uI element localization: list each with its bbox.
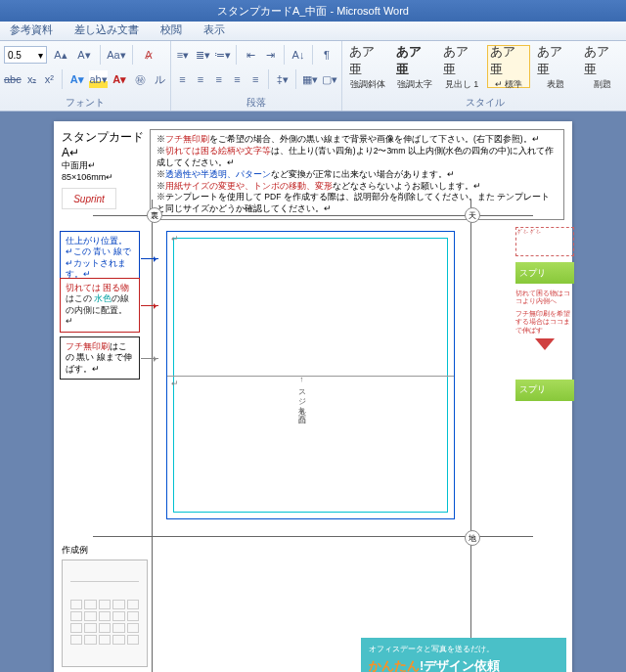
document-area[interactable]: スタンプカードA↵ 中面用↵ 85×106mm↵ Suprint ※フチ無印刷を…	[0, 112, 626, 672]
card-template-outline: ↵ ↵	[166, 231, 455, 519]
subscript-icon[interactable]: x₂	[25, 70, 39, 88]
highlight-icon[interactable]: ab▾	[89, 70, 107, 88]
page: スタンプカードA↵ 中面用↵ 85×106mm↵ Suprint ※フチ無印刷を…	[54, 121, 572, 672]
justify-icon[interactable]: ≡	[230, 70, 245, 88]
instruction-notes: ※フチ無印刷をご希望の場合、外側の黒い線まで背景や画像を伸ばして下さい。(右下図…	[150, 129, 564, 220]
enclose-char-icon[interactable]: ㊙	[132, 70, 149, 88]
tab-references[interactable]: 参考資料	[6, 20, 57, 40]
promo-banner: オフィスデータと写真を送るだけ。 かんたん!デザイン依頼 S スタジオ お気軽に…	[361, 638, 566, 672]
tab-mailings[interactable]: 差し込み文書	[70, 20, 143, 40]
tab-view[interactable]: 表示	[200, 20, 229, 40]
clear-formatting-icon[interactable]: A̷	[139, 46, 158, 64]
shading-icon[interactable]: ▦▾	[302, 70, 318, 88]
chi-marker: 地	[465, 530, 480, 546]
numbering-icon[interactable]: ≣▾	[195, 46, 210, 64]
increase-indent-icon[interactable]: ⇥	[262, 46, 278, 64]
style-1[interactable]: あア亜強調太字	[393, 45, 436, 88]
callout-bleed: フチ無印刷はこの 黒い 線まで伸ばす。↵	[60, 336, 140, 380]
align-center-icon[interactable]: ≡	[194, 70, 208, 88]
doc-header-left: スタンプカードA↵ 中面用↵ 85×106mm↵ Suprint	[62, 129, 148, 209]
suprint-logo: Suprint	[62, 188, 116, 209]
tab-review[interactable]: 校閲	[156, 20, 186, 40]
align-left-icon[interactable]: ≡	[175, 70, 190, 88]
down-arrow-icon	[535, 338, 555, 360]
group-paragraph-label: 段落	[175, 94, 337, 111]
shrink-font-icon[interactable]: A▾	[74, 46, 94, 64]
style-4[interactable]: あア亜表題	[534, 45, 577, 88]
borders-icon[interactable]: ▢▾	[322, 70, 337, 88]
style-2[interactable]: あア亜見出し 1	[440, 45, 483, 88]
fold-line-label: ←スジ入れ凸面↵	[295, 376, 306, 417]
show-marks-icon[interactable]: ¶	[319, 46, 335, 64]
font-size-input[interactable]: 0.5▾	[4, 46, 47, 64]
phonetic-guide-icon[interactable]: ル	[153, 70, 166, 88]
ribbon: 0.5▾ A▴ A▾ Aa▾ A̷ abc x₂ x² A▾ ab▾ A▾ ㊙ …	[0, 41, 626, 112]
strikethrough-icon[interactable]: abc	[4, 70, 22, 88]
line-spacing-icon[interactable]: ‡▾	[275, 70, 290, 88]
example-label: 作成例	[62, 544, 88, 557]
callout-safe-area: 切れては 困る物はこの 水色の線の内側に配置。↵	[60, 278, 140, 333]
ribbon-tabs: 参考資料 差し込み文書 校閲 表示	[0, 22, 626, 41]
sort-icon[interactable]: A↓	[291, 46, 306, 64]
text-effects-icon[interactable]: A▾	[68, 70, 85, 88]
decrease-indent-icon[interactable]: ⇤	[243, 46, 258, 64]
grow-font-icon[interactable]: A▴	[51, 46, 70, 64]
group-styles-label: スタイル	[346, 94, 624, 111]
style-0[interactable]: あア亜強調斜体	[346, 45, 389, 88]
bullets-icon[interactable]: ≡▾	[175, 46, 191, 64]
example-thumbnail	[62, 560, 148, 667]
multilevel-icon[interactable]: ≔▾	[214, 46, 230, 64]
ura-marker: 裏	[147, 207, 162, 223]
superscript-icon[interactable]: x²	[43, 70, 57, 88]
group-font-label: フォント	[4, 94, 166, 111]
window-title: スタンプカードA_中面 - Microsoft Word	[0, 0, 626, 22]
change-case-icon[interactable]: Aa▾	[107, 46, 126, 64]
styles-gallery: あア亜強調斜体あア亜強調太字あア亜見出し 1あア亜↵ 標準あア亜表題あア亜副題	[346, 45, 624, 88]
side-preview: ﾀﾞﾐ- ﾀﾞﾐ- スプリ 切れて困る物はココより内側へ フチ無印刷を希望する場…	[515, 227, 574, 407]
font-color-icon[interactable]: A▾	[112, 70, 128, 88]
style-3[interactable]: あア亜↵ 標準	[487, 45, 530, 88]
style-5[interactable]: あア亜副題	[581, 45, 624, 88]
distribute-icon[interactable]: ≡	[248, 70, 263, 88]
ten-marker: 天	[465, 207, 480, 223]
align-right-icon[interactable]: ≡	[211, 70, 226, 88]
